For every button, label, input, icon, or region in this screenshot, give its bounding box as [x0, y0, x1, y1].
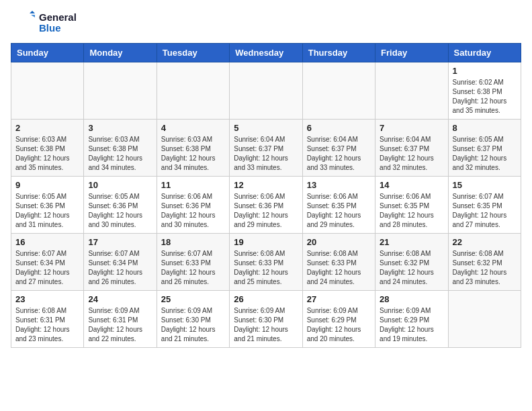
logo-svg	[11, 11, 35, 35]
calendar-cell: 27Sunrise: 6:09 AM Sunset: 6:29 PM Dayli…	[302, 291, 375, 348]
day-number: 4	[161, 123, 225, 133]
day-info: Sunrise: 6:05 AM Sunset: 6:36 PM Dayligh…	[88, 192, 152, 230]
day-info: Sunrise: 6:05 AM Sunset: 6:36 PM Dayligh…	[15, 192, 79, 230]
day-info: Sunrise: 6:07 AM Sunset: 6:35 PM Dayligh…	[453, 192, 517, 230]
day-number: 27	[307, 294, 371, 304]
calendar-cell: 13Sunrise: 6:06 AM Sunset: 6:35 PM Dayli…	[302, 177, 375, 234]
col-header-tuesday: Tuesday	[157, 44, 229, 62]
calendar-cell: 22Sunrise: 6:08 AM Sunset: 6:32 PM Dayli…	[448, 234, 521, 291]
calendar-cell: 17Sunrise: 6:07 AM Sunset: 6:34 PM Dayli…	[84, 234, 157, 291]
day-info: Sunrise: 6:09 AM Sunset: 6:29 PM Dayligh…	[380, 306, 443, 344]
day-info: Sunrise: 6:06 AM Sunset: 6:35 PM Dayligh…	[380, 192, 443, 230]
day-number: 28	[380, 294, 443, 304]
calendar-cell	[157, 62, 229, 120]
day-number: 25	[161, 294, 225, 304]
calendar-cell: 20Sunrise: 6:08 AM Sunset: 6:33 PM Dayli…	[302, 234, 375, 291]
day-number: 1	[453, 66, 517, 76]
calendar-cell: 10Sunrise: 6:05 AM Sunset: 6:36 PM Dayli…	[84, 177, 157, 234]
calendar-cell	[375, 62, 448, 120]
col-header-thursday: Thursday	[302, 44, 375, 62]
col-header-saturday: Saturday	[448, 44, 521, 62]
day-number: 17	[88, 237, 152, 247]
calendar-cell: 12Sunrise: 6:06 AM Sunset: 6:36 PM Dayli…	[230, 177, 302, 234]
calendar-cell	[84, 62, 157, 120]
day-info: Sunrise: 6:09 AM Sunset: 6:30 PM Dayligh…	[161, 306, 225, 344]
calendar-cell	[302, 62, 375, 120]
day-number: 19	[234, 237, 298, 247]
day-number: 18	[161, 237, 225, 247]
day-number: 7	[380, 123, 443, 133]
day-info: Sunrise: 6:04 AM Sunset: 6:37 PM Dayligh…	[380, 135, 443, 173]
day-info: Sunrise: 6:06 AM Sunset: 6:35 PM Dayligh…	[307, 192, 371, 230]
logo-container: General Blue	[11, 11, 77, 35]
day-info: Sunrise: 6:09 AM Sunset: 6:29 PM Dayligh…	[307, 306, 371, 344]
day-number: 5	[234, 123, 298, 133]
calendar-cell: 18Sunrise: 6:07 AM Sunset: 6:33 PM Dayli…	[157, 234, 229, 291]
calendar-cell: 25Sunrise: 6:09 AM Sunset: 6:30 PM Dayli…	[157, 291, 229, 348]
col-header-friday: Friday	[375, 44, 448, 62]
day-number: 14	[380, 180, 443, 190]
day-info: Sunrise: 6:08 AM Sunset: 6:33 PM Dayligh…	[307, 249, 371, 287]
day-number: 13	[307, 180, 371, 190]
day-number: 22	[453, 237, 517, 247]
calendar-cell: 15Sunrise: 6:07 AM Sunset: 6:35 PM Dayli…	[448, 177, 521, 234]
calendar-cell: 11Sunrise: 6:06 AM Sunset: 6:36 PM Dayli…	[157, 177, 229, 234]
day-number: 6	[307, 123, 371, 133]
day-info: Sunrise: 6:07 AM Sunset: 6:34 PM Dayligh…	[15, 249, 79, 287]
day-info: Sunrise: 6:08 AM Sunset: 6:33 PM Dayligh…	[234, 249, 298, 287]
day-info: Sunrise: 6:07 AM Sunset: 6:34 PM Dayligh…	[88, 249, 152, 287]
calendar-cell: 16Sunrise: 6:07 AM Sunset: 6:34 PM Dayli…	[11, 234, 84, 291]
day-number: 24	[88, 294, 152, 304]
day-number: 26	[234, 294, 298, 304]
day-number: 10	[88, 180, 152, 190]
day-number: 21	[380, 237, 443, 247]
calendar-cell: 14Sunrise: 6:06 AM Sunset: 6:35 PM Dayli…	[375, 177, 448, 234]
day-info: Sunrise: 6:09 AM Sunset: 6:31 PM Dayligh…	[88, 306, 152, 344]
calendar-week-3: 16Sunrise: 6:07 AM Sunset: 6:34 PM Dayli…	[11, 234, 521, 291]
svg-marker-1	[31, 15, 35, 17]
calendar-cell: 28Sunrise: 6:09 AM Sunset: 6:29 PM Dayli…	[375, 291, 448, 348]
calendar-cell: 19Sunrise: 6:08 AM Sunset: 6:33 PM Dayli…	[230, 234, 302, 291]
calendar-cell	[230, 62, 302, 120]
calendar-cell: 6Sunrise: 6:04 AM Sunset: 6:37 PM Daylig…	[302, 120, 375, 177]
calendar-cell: 3Sunrise: 6:03 AM Sunset: 6:38 PM Daylig…	[84, 120, 157, 177]
calendar-cell	[11, 62, 84, 120]
calendar-week-0: 1Sunrise: 6:02 AM Sunset: 6:38 PM Daylig…	[11, 62, 521, 120]
day-info: Sunrise: 6:09 AM Sunset: 6:30 PM Dayligh…	[234, 306, 298, 344]
calendar-cell: 9Sunrise: 6:05 AM Sunset: 6:36 PM Daylig…	[11, 177, 84, 234]
calendar-cell: 4Sunrise: 6:03 AM Sunset: 6:38 PM Daylig…	[157, 120, 229, 177]
day-info: Sunrise: 6:03 AM Sunset: 6:38 PM Dayligh…	[161, 135, 225, 173]
header: General Blue	[11, 11, 521, 35]
day-info: Sunrise: 6:04 AM Sunset: 6:37 PM Dayligh…	[234, 135, 298, 173]
logo-blue: Blue	[39, 23, 77, 34]
svg-marker-0	[30, 11, 35, 13]
day-info: Sunrise: 6:08 AM Sunset: 6:32 PM Dayligh…	[453, 249, 517, 287]
day-number: 20	[307, 237, 371, 247]
logo-text: General Blue	[39, 12, 77, 34]
day-info: Sunrise: 6:08 AM Sunset: 6:31 PM Dayligh…	[15, 306, 79, 344]
day-info: Sunrise: 6:03 AM Sunset: 6:38 PM Dayligh…	[15, 135, 79, 173]
calendar-week-1: 2Sunrise: 6:03 AM Sunset: 6:38 PM Daylig…	[11, 120, 521, 177]
logo: General Blue	[11, 11, 77, 35]
calendar-cell: 24Sunrise: 6:09 AM Sunset: 6:31 PM Dayli…	[84, 291, 157, 348]
day-info: Sunrise: 6:07 AM Sunset: 6:33 PM Dayligh…	[161, 249, 225, 287]
day-number: 16	[15, 237, 79, 247]
day-number: 2	[15, 123, 79, 133]
calendar-cell: 8Sunrise: 6:05 AM Sunset: 6:37 PM Daylig…	[448, 120, 521, 177]
logo-general: General	[39, 12, 77, 24]
day-number: 3	[88, 123, 152, 133]
day-info: Sunrise: 6:02 AM Sunset: 6:38 PM Dayligh…	[453, 78, 517, 116]
day-info: Sunrise: 6:04 AM Sunset: 6:37 PM Dayligh…	[307, 135, 371, 173]
day-info: Sunrise: 6:08 AM Sunset: 6:32 PM Dayligh…	[380, 249, 443, 287]
calendar-week-4: 23Sunrise: 6:08 AM Sunset: 6:31 PM Dayli…	[11, 291, 521, 348]
col-header-monday: Monday	[84, 44, 157, 62]
calendar-cell: 5Sunrise: 6:04 AM Sunset: 6:37 PM Daylig…	[230, 120, 302, 177]
day-number: 23	[15, 294, 79, 304]
calendar-header-row: SundayMondayTuesdayWednesdayThursdayFrid…	[11, 44, 521, 62]
calendar-cell	[448, 291, 521, 348]
calendar-cell: 2Sunrise: 6:03 AM Sunset: 6:38 PM Daylig…	[11, 120, 84, 177]
calendar-table: SundayMondayTuesdayWednesdayThursdayFrid…	[11, 43, 521, 348]
col-header-wednesday: Wednesday	[230, 44, 302, 62]
calendar-week-2: 9Sunrise: 6:05 AM Sunset: 6:36 PM Daylig…	[11, 177, 521, 234]
col-header-sunday: Sunday	[11, 44, 84, 62]
